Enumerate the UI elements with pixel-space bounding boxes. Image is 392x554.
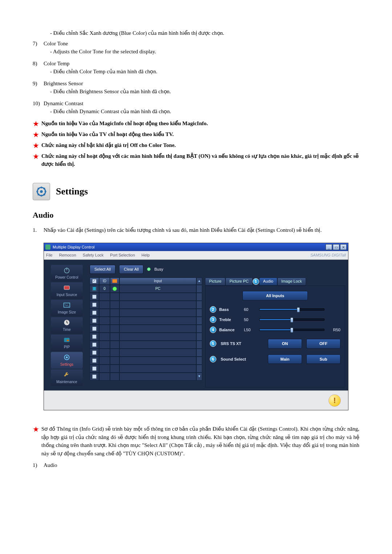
table-row[interactable] (90, 317, 202, 325)
row-checkbox[interactable] (92, 335, 97, 339)
wrench-icon (62, 371, 71, 378)
srs-label: SRS TS XT (221, 341, 264, 347)
srs-off-button[interactable]: OFF (306, 339, 340, 349)
menu-safety-lock[interactable]: Safety Lock (83, 252, 103, 258)
image-size-icon (62, 301, 71, 309)
table-row[interactable] (90, 301, 202, 309)
table-row[interactable] (90, 365, 202, 373)
sound-select-row: 6 Sound Select Main Sub (210, 354, 340, 364)
menu-remocon[interactable]: Remocon (59, 252, 76, 258)
row-checkbox[interactable] (92, 287, 97, 291)
row-checkbox[interactable] (92, 342, 97, 347)
side-power-control[interactable]: Power Control (51, 265, 83, 282)
tab-image-lock[interactable]: Image Lock (277, 278, 306, 286)
sidebar: Power Control Input Source Image Size Ti… (47, 265, 87, 387)
gear-icon (62, 354, 71, 361)
star-note-2: ★ Nguồn tín hiệu Vào của TV chỉ hoạt độn… (33, 130, 359, 139)
balance-right-value: R50 (327, 327, 340, 333)
menu-help[interactable]: Help (142, 252, 150, 258)
audio-intro-number: 1. (33, 226, 44, 234)
app-screenshot: Multiple Display Control _ ▭ ✕ File Remo… (44, 243, 348, 410)
input-icon (62, 284, 71, 291)
scroll-down-button[interactable]: ▼ (196, 373, 202, 381)
table-row[interactable]: ▼ (90, 373, 202, 381)
brand-label: SAMSUNG DIGITall (310, 252, 346, 258)
callout-1: 1 (253, 278, 259, 285)
bass-row: 2 Bass 60 (210, 306, 340, 313)
side-settings[interactable]: Settings (51, 352, 83, 369)
settings-icon (33, 183, 50, 200)
info-grid: ID Input ▲ 0 PC (90, 278, 202, 388)
row-checkbox[interactable] (92, 303, 97, 307)
side-input-source[interactable]: Input Source (51, 282, 83, 299)
item-7-sub: - Adjusts the Color Tone for the selecte… (44, 48, 359, 56)
clear-all-button[interactable]: Clear All (119, 265, 143, 274)
row-checkbox[interactable] (92, 327, 97, 331)
menu-port-selection[interactable]: Port Selection (110, 252, 135, 258)
callout-2: 2 (210, 306, 216, 313)
close-button[interactable]: ✕ (340, 244, 347, 250)
table-row[interactable] (90, 293, 202, 301)
table-row[interactable] (90, 309, 202, 317)
row-checkbox[interactable] (92, 311, 97, 315)
item-9: 9) Brightness Sensor - Điều chỉnh Bright… (33, 79, 359, 98)
callout-6: 6 (210, 356, 216, 362)
treble-slider[interactable] (259, 319, 324, 321)
side-image-size[interactable]: Image Size (51, 300, 83, 316)
slider-thumb[interactable] (297, 307, 300, 312)
side-pip-label: PIP (64, 344, 70, 350)
item-8: 8) Color Temp - Điều chỉnh Color Temp củ… (33, 59, 359, 78)
treble-label: Treble (219, 317, 241, 323)
tab-picture[interactable]: Picture (205, 278, 225, 286)
row-checkbox[interactable] (92, 295, 97, 299)
row-checkbox[interactable] (92, 366, 97, 371)
tab-audio[interactable]: Audio (259, 278, 277, 286)
balance-slider[interactable] (259, 329, 324, 331)
maximize-button[interactable]: ▭ (333, 244, 339, 250)
item-7: 7) Color Tone - Adjusts the Color Tone f… (33, 40, 359, 58)
slider-thumb[interactable] (290, 328, 293, 333)
window-titlebar[interactable]: Multiple Display Control _ ▭ ✕ (44, 243, 348, 251)
table-row[interactable]: 0 PC (90, 285, 202, 293)
table-row[interactable] (90, 341, 202, 349)
slider-thumb[interactable] (290, 317, 293, 323)
balance-label: Balance (219, 327, 241, 333)
treble-value: 50 (244, 317, 256, 323)
svg-point-10 (66, 356, 68, 358)
minimize-button[interactable]: _ (326, 244, 332, 250)
table-row[interactable] (90, 349, 202, 357)
sound-sub-button[interactable]: Sub (306, 354, 340, 364)
side-maintenance[interactable]: Maintenance (51, 369, 83, 386)
table-row[interactable] (90, 357, 202, 365)
star-icon: ★ (33, 152, 41, 168)
star-icon: ★ (33, 130, 41, 139)
table-row[interactable] (90, 333, 202, 341)
item-audio-number: 1) (33, 461, 44, 469)
srs-on-button[interactable]: ON (268, 339, 302, 349)
row-checkbox[interactable] (92, 350, 97, 355)
row-checkbox[interactable] (92, 374, 97, 379)
row-input: PC (119, 285, 196, 293)
star-note-3: ★ Chức năng này chỉ bật khi đặt giá trị … (33, 141, 359, 150)
bass-slider[interactable] (259, 308, 324, 311)
row-status-icon (110, 285, 119, 293)
table-row[interactable] (90, 325, 202, 333)
warning-icon: ! (328, 394, 341, 407)
grid-header-status (110, 278, 119, 285)
row-id: 0 (99, 285, 110, 293)
grid-header-check[interactable] (90, 278, 99, 285)
item-8-sub: - Điều chỉnh Color Temp của màn hình đã … (44, 67, 359, 76)
grid-header-id: ID (99, 278, 110, 285)
tab-picture-pc[interactable]: Picture PC (225, 278, 253, 286)
row-checkbox[interactable] (92, 358, 97, 363)
scroll-up-button[interactable]: ▲ (196, 278, 202, 285)
audio-section-title: Audio (33, 209, 359, 221)
item-9-title: Brightness Sensor (44, 79, 359, 88)
all-inputs-button[interactable]: All Inputs (242, 291, 308, 301)
side-time[interactable]: Time (51, 317, 83, 334)
row-checkbox[interactable] (92, 319, 97, 323)
menu-file[interactable]: File (46, 252, 53, 258)
sound-main-button[interactable]: Main (268, 354, 302, 364)
side-pip[interactable]: PIP (51, 335, 83, 351)
select-all-button[interactable]: Select All (90, 265, 115, 274)
